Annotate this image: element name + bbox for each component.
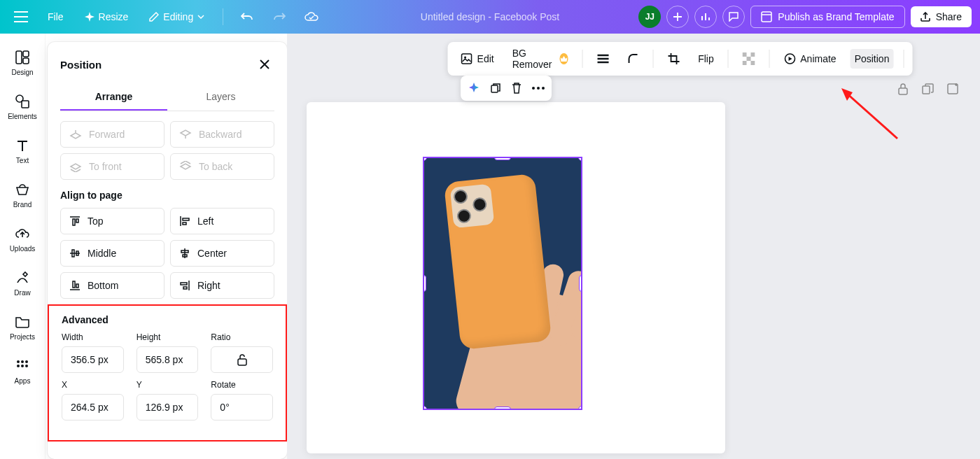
rail-projects[interactable]: Projects <box>1 308 43 346</box>
edit-image-button[interactable]: Edit <box>456 48 498 69</box>
crop-button[interactable] <box>663 48 684 69</box>
flip-button[interactable]: Flip <box>694 49 718 69</box>
resize-handle-bl[interactable] <box>423 406 427 410</box>
add-member-button[interactable] <box>666 6 689 28</box>
unlock-icon <box>237 353 248 366</box>
hamburger-menu-button[interactable] <box>8 4 34 29</box>
rail-text[interactable]: Text <box>1 132 43 170</box>
rail-brand[interactable]: Brand <box>1 176 43 214</box>
cloud-sync-button[interactable] <box>299 4 324 29</box>
align-top-button[interactable]: Top <box>60 208 164 234</box>
rotate-input[interactable]: 0° <box>211 394 273 421</box>
transparency-button[interactable] <box>738 48 759 69</box>
y-input[interactable]: 126.9 px <box>136 394 199 421</box>
bg-remover-button[interactable]: BG Remover <box>508 43 573 74</box>
svg-point-28 <box>537 87 540 90</box>
resize-handle-left[interactable] <box>423 275 426 292</box>
position-button[interactable]: Position <box>850 49 894 69</box>
editing-mode-button[interactable]: Editing <box>142 7 211 27</box>
annotation-arrow <box>840 88 903 144</box>
svg-rect-17 <box>746 57 750 61</box>
close-panel-button[interactable] <box>255 55 274 74</box>
align-center-button[interactable]: Center <box>170 240 274 267</box>
x-input[interactable]: 264.5 px <box>62 394 124 421</box>
magic-button[interactable] <box>468 82 480 94</box>
publish-label: Publish as Brand Template <box>778 11 894 22</box>
redo-icon <box>273 12 286 22</box>
copy-icon <box>490 83 501 94</box>
corner-rounding-button[interactable] <box>623 49 643 69</box>
backward-button[interactable]: Backward <box>170 121 274 148</box>
file-menu[interactable]: File <box>41 7 71 27</box>
brand-icon <box>14 181 31 198</box>
tab-arrange[interactable]: Arrange <box>60 85 167 111</box>
resize-handle-tl[interactable] <box>423 157 427 161</box>
resize-button[interactable]: Resize <box>78 7 136 27</box>
to-front-button[interactable]: To front <box>60 153 164 180</box>
chevron-down-icon <box>197 15 204 19</box>
align-top-icon <box>69 216 80 227</box>
share-button[interactable]: Share <box>911 6 972 27</box>
height-input[interactable]: 565.8 px <box>136 346 199 373</box>
svg-rect-0 <box>762 12 771 22</box>
publish-button[interactable]: Publish as Brand Template <box>750 6 904 28</box>
svg-point-27 <box>532 87 535 90</box>
rail-uploads[interactable]: Uploads <box>1 220 43 258</box>
more-options-button[interactable] <box>532 87 545 90</box>
align-left-button[interactable]: Left <box>170 208 274 234</box>
undo-button[interactable] <box>234 4 260 29</box>
crop-icon <box>667 52 680 65</box>
animate-button[interactable]: Animate <box>779 48 840 69</box>
menu-icon <box>14 11 28 22</box>
delete-element-button[interactable] <box>511 82 522 94</box>
resize-handle-bottom[interactable] <box>494 407 511 410</box>
lines-icon <box>596 54 609 64</box>
add-page-button[interactable] <box>946 83 959 95</box>
adjust-icon <box>461 52 473 65</box>
plus-icon <box>673 13 682 21</box>
add-page-icon <box>946 83 959 95</box>
to-back-button[interactable]: To back <box>170 153 274 180</box>
rail-design[interactable]: Design <box>1 43 43 82</box>
forward-button[interactable]: Forward <box>60 121 164 148</box>
svg-rect-26 <box>491 85 498 92</box>
svg-rect-15 <box>742 52 746 57</box>
canvas-page[interactable] <box>307 102 725 453</box>
align-center-icon <box>179 248 190 259</box>
duplicate-element-button[interactable] <box>490 83 501 94</box>
rotate-label: Rotate <box>211 380 273 390</box>
align-bottom-label: Bottom <box>88 280 118 291</box>
rail-apps[interactable]: Apps <box>1 352 43 390</box>
ratio-lock-button[interactable] <box>211 346 273 373</box>
resize-handle-tr[interactable] <box>578 157 582 161</box>
flip-label: Flip <box>698 53 714 64</box>
duplicate-page-button[interactable] <box>921 83 934 95</box>
tab-layers[interactable]: Layers <box>167 85 274 111</box>
svg-point-8 <box>25 360 28 363</box>
panel-title: Position <box>60 59 102 71</box>
animate-icon <box>783 52 796 65</box>
line-style-button[interactable] <box>592 50 613 68</box>
folder-icon <box>14 313 31 330</box>
svg-point-9 <box>17 365 20 367</box>
rail-draw[interactable]: Draw <box>1 264 43 302</box>
align-middle-button[interactable]: Middle <box>60 240 164 267</box>
comments-button[interactable] <box>722 6 745 28</box>
share-label: Share <box>936 11 962 22</box>
resize-handle-right[interactable] <box>579 275 582 292</box>
width-input[interactable]: 356.5 px <box>62 346 124 373</box>
redo-button[interactable] <box>267 4 292 29</box>
user-avatar[interactable]: JJ <box>638 6 661 28</box>
analytics-button[interactable] <box>694 6 717 28</box>
align-right-button[interactable]: Right <box>170 272 274 299</box>
resize-handle-br[interactable] <box>578 406 582 410</box>
resize-handle-top[interactable] <box>494 157 511 160</box>
lock-page-button[interactable] <box>897 83 909 95</box>
document-title[interactable]: Untitled design - Facebook Post <box>421 11 559 22</box>
svg-line-21 <box>846 92 897 139</box>
ratio-label: Ratio <box>211 332 273 342</box>
rail-elements[interactable]: Elements <box>1 87 43 126</box>
selected-image-element[interactable] <box>423 157 582 410</box>
align-bottom-button[interactable]: Bottom <box>60 272 164 299</box>
pencil-icon <box>14 269 31 286</box>
